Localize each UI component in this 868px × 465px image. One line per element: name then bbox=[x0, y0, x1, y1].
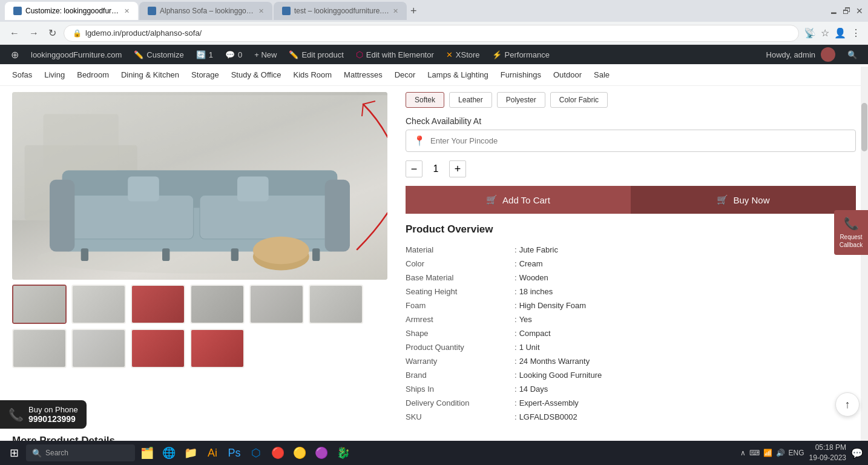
thumbnail-4[interactable] bbox=[190, 285, 245, 324]
pincode-input-wrap[interactable]: 📍 bbox=[406, 130, 856, 152]
browser-tab-1[interactable]: Customize: lookinggoodfurnitur... ✕ bbox=[5, 2, 138, 20]
swatch-color-fabric[interactable]: Color Fabric bbox=[550, 92, 608, 108]
wp-customize[interactable]: ✏️ Customize bbox=[128, 45, 189, 64]
nav-storage[interactable]: Storage bbox=[191, 70, 219, 79]
nav-living[interactable]: Living bbox=[44, 70, 65, 79]
quantity-decrease-button[interactable]: − bbox=[406, 160, 422, 177]
nav-sale[interactable]: Sale bbox=[594, 70, 610, 79]
taskbar-clock[interactable]: 05:18 PM 19-09-2023 bbox=[809, 443, 846, 452]
availability-label: Check Availability At bbox=[406, 116, 856, 126]
buy-on-phone-widget[interactable]: 📞 Buy on Phone 9990123999 bbox=[0, 400, 87, 429]
taskbar-search-bar[interactable]: 🔍 Search bbox=[26, 444, 135, 452]
back-to-top-button[interactable]: ↑ bbox=[835, 392, 860, 417]
notification-icon[interactable]: 💬 bbox=[851, 447, 863, 452]
browser-tab-3[interactable]: test – lookinggoodfurniture.com ✕ bbox=[274, 2, 407, 20]
menu-button[interactable]: ⋮ bbox=[851, 27, 861, 39]
cast-button[interactable]: 📡 bbox=[804, 27, 816, 39]
key-ships-in: Ships In bbox=[406, 384, 515, 394]
taskbar-app-photoshop[interactable]: Ps bbox=[225, 443, 244, 452]
thumbnail-10[interactable] bbox=[190, 329, 245, 368]
tray-up-arrow[interactable]: ∧ bbox=[740, 449, 746, 452]
nav-lamps[interactable]: Lamps & Lighting bbox=[427, 70, 488, 79]
new-tab-button[interactable]: + bbox=[408, 2, 419, 20]
nav-sofas[interactable]: Sofas bbox=[12, 70, 32, 79]
request-callback-button[interactable]: 📞 RequestCallback bbox=[834, 210, 868, 255]
bookmark-button[interactable]: ☆ bbox=[821, 27, 829, 39]
nav-kids[interactable]: Kids Room bbox=[294, 70, 332, 79]
thumbnail-8[interactable] bbox=[71, 329, 126, 368]
thumbnail-1[interactable] bbox=[12, 285, 67, 324]
quantity-row: − 1 + bbox=[406, 160, 856, 177]
profile-button[interactable]: 👤 bbox=[834, 27, 846, 39]
wp-comments[interactable]: 💬 0 bbox=[219, 45, 248, 64]
arrow-up-icon: ↑ bbox=[845, 398, 850, 411]
wp-new-item[interactable]: + New bbox=[248, 45, 283, 64]
quantity-increase-button[interactable]: + bbox=[449, 160, 466, 177]
nav-bedroom[interactable]: Bedroom bbox=[77, 70, 109, 79]
buy-now-button[interactable]: 🛒 Buy Now bbox=[631, 186, 856, 214]
wp-xstore[interactable]: ✕ XStore bbox=[440, 45, 486, 64]
nav-dining[interactable]: Dining & Kitchen bbox=[121, 70, 179, 79]
thumbnail-2[interactable] bbox=[71, 285, 126, 324]
swatch-polyester[interactable]: Polyester bbox=[497, 92, 545, 108]
taskbar-app-illustrator[interactable]: Ai bbox=[203, 443, 222, 452]
nav-mattresses[interactable]: Mattresses bbox=[344, 70, 383, 79]
add-to-cart-button[interactable]: 🛒 Add To Cart bbox=[406, 186, 631, 214]
wp-edit-product[interactable]: ✏️ Edit product bbox=[283, 45, 349, 64]
tab-3-icon bbox=[282, 7, 291, 15]
nav-study[interactable]: Study & Office bbox=[231, 70, 281, 79]
taskbar-app-opera[interactable]: 🔴 bbox=[268, 443, 288, 452]
forward-button[interactable]: → bbox=[27, 25, 41, 41]
scrollbar-thumb[interactable] bbox=[861, 103, 867, 151]
overview-row-foam: Foam : High Density Foam bbox=[406, 298, 856, 312]
tab-2-icon bbox=[148, 7, 156, 15]
pincode-input[interactable] bbox=[430, 136, 848, 145]
svg-rect-17 bbox=[44, 114, 119, 170]
wp-howdy[interactable]: Howdy, admin bbox=[760, 45, 841, 64]
search-icon: 🔍 bbox=[847, 50, 857, 59]
wp-logo-item[interactable]: ⊕ bbox=[5, 45, 25, 64]
tab-2-close[interactable]: ✕ bbox=[258, 7, 264, 15]
close-window-button[interactable]: ✕ bbox=[856, 6, 863, 16]
taskbar-app-files[interactable]: 🗂️ bbox=[137, 443, 157, 452]
swatch-leather[interactable]: Leather bbox=[449, 92, 492, 108]
wp-performance[interactable]: ⚡ Performance bbox=[486, 45, 556, 64]
tab-1-close[interactable]: ✕ bbox=[124, 7, 130, 15]
nav-furnishings[interactable]: Furnishings bbox=[501, 70, 541, 79]
minimize-button[interactable]: 🗕 bbox=[829, 6, 838, 16]
taskbar-app-vscode[interactable]: ⬡ bbox=[246, 443, 266, 452]
thumbnail-6[interactable] bbox=[309, 285, 363, 324]
back-button[interactable]: ← bbox=[7, 25, 22, 41]
thumbnail-9[interactable] bbox=[131, 329, 185, 368]
sofa-illustration bbox=[12, 92, 387, 280]
taskbar-app-chrome[interactable]: 🟡 bbox=[290, 443, 309, 452]
customize-icon: ✏️ bbox=[134, 50, 143, 59]
overview-row-brand: Brand : Looking Good Furniture bbox=[406, 368, 856, 382]
swatch-softek[interactable]: Softek bbox=[406, 92, 444, 108]
edit-elementor-label: Edit with Elementor bbox=[366, 50, 434, 59]
thumbnail-3[interactable] bbox=[131, 285, 185, 324]
taskbar-app-discord[interactable]: 🟣 bbox=[312, 443, 331, 452]
nav-outdoor[interactable]: Outdoor bbox=[553, 70, 582, 79]
wp-site-name[interactable]: lookinggoodFurniture.com bbox=[25, 45, 128, 64]
window-controls: 🗕 🗗 ✕ bbox=[829, 6, 863, 16]
start-button[interactable]: ⊞ bbox=[5, 444, 24, 452]
tab-3-close[interactable]: ✕ bbox=[393, 7, 398, 15]
taskbar-app-dragon[interactable]: 🐉 bbox=[334, 443, 353, 452]
browser-tab-2[interactable]: Alphanso Sofa – lookinggoodfur... ✕ bbox=[139, 2, 272, 20]
wp-edit-elementor[interactable]: ⬡ Edit with Elementor bbox=[350, 45, 440, 64]
address-bar-input[interactable]: 🔒 lgdemo.in/product/alphanso-sofa/ bbox=[64, 25, 799, 42]
refresh-button[interactable]: ↻ bbox=[46, 25, 59, 41]
wp-updates[interactable]: 🔄 1 bbox=[190, 45, 219, 64]
wp-search[interactable]: 🔍 bbox=[841, 45, 863, 64]
thumbnail-5[interactable] bbox=[249, 285, 304, 324]
nav-decor[interactable]: Decor bbox=[395, 70, 416, 79]
tab-1-label: Customize: lookinggoodfurnitur... bbox=[25, 7, 120, 15]
callback-phone-icon: 📞 bbox=[838, 216, 864, 231]
val-armrest: Yes bbox=[519, 315, 532, 324]
thumbnail-7[interactable] bbox=[12, 329, 67, 368]
taskbar-app-folder[interactable]: 📁 bbox=[181, 443, 200, 452]
taskbar-app-browser[interactable]: 🌐 bbox=[159, 443, 179, 452]
maximize-button[interactable]: 🗗 bbox=[843, 6, 851, 16]
tab-1-icon bbox=[13, 7, 22, 15]
